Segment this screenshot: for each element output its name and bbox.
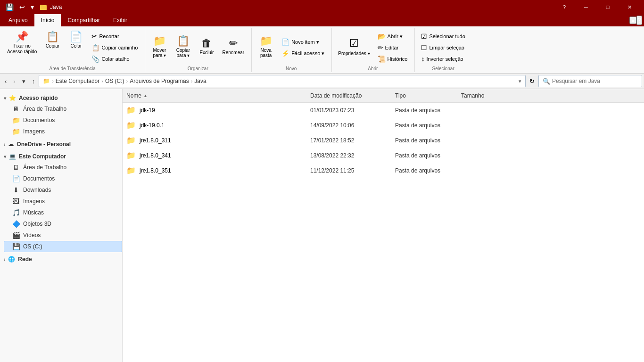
table-row[interactable]: 📁 jre1.8.0_351 11/12/2022 11:25 Pasta de… [123,163,644,178]
tab-exibir[interactable]: Exibir [107,14,134,26]
col-header-tipo[interactable]: Tipo [391,91,457,100]
table-row[interactable]: 📁 jdk-19 01/01/2023 07:23 Pasta de arqui… [123,103,644,118]
forward-button[interactable]: › [10,76,18,87]
table-row[interactable]: 📁 jre1.8.0_341 13/08/2022 22:32 Pasta de… [123,148,644,163]
breadcrumb-osc[interactable]: OS (C:) [105,78,124,84]
btn-recortar[interactable]: ✂ Recortar [88,31,141,41]
search-icon: 🔍 [543,78,550,85]
properties-icon: ☑ [349,37,359,49]
btn-selecionar-tudo[interactable]: ☑ Selecionar tudo [418,31,468,41]
btn-copiar[interactable]: 📋 Copiar [41,29,64,51]
refresh-button[interactable]: ↻ [527,76,537,87]
minimize-button[interactable]: ─ [575,0,597,14]
chevron-acesso-rapido: ▾ [4,96,6,101]
qa-dropdown-btn[interactable]: ▾ [29,2,36,12]
btn-fixar[interactable]: 📌 Fixar noAcesso rápido [4,29,40,57]
sidebar-header-onedrive[interactable]: › ☁ OneDrive - Personal [0,139,122,149]
sidebar-item-objetos3d[interactable]: 🔷 Objetos 3D [4,218,122,230]
table-row[interactable]: 📁 jre1.8.0_311 17/01/2022 18:52 Pasta de… [123,133,644,148]
btn-propriedades[interactable]: ☑ Propriedades ▾ [335,35,373,58]
breadcrumb-java[interactable]: Java [194,78,206,84]
btn-limpar-selecao[interactable]: ☐ Limpar seleção [418,42,468,53]
sidebar-item-os-c[interactable]: 💾 OS (C:) [4,241,122,252]
tab-inicio[interactable]: Início [34,14,61,26]
file-size [457,154,514,157]
tab-compartilhar[interactable]: Compartilhar [61,14,107,26]
sidebar-label-documentos: Documentos [23,117,55,123]
downloads-icon: ⬇ [12,186,20,194]
btn-abrir[interactable]: 📂 Abrir ▾ [374,31,411,41]
close-button[interactable]: ✕ [619,0,640,14]
back-button[interactable]: ‹ [2,76,9,87]
col-header-nome[interactable]: Nome ▲ [123,91,306,100]
btn-facil-acesso[interactable]: ⚡ Fácil acesso ▾ [278,48,328,58]
ribbon-collapse-btn[interactable]: ▲ [629,16,636,24]
help-button[interactable]: ? [553,0,575,14]
btn-copiar-caminho[interactable]: 📋 Copiar caminho [88,42,141,53]
sidebar-item-imagens[interactable]: 📁 Imagens [4,126,122,137]
group-novo: 📁 Novapasta 📄 Novo item ▾ ⚡ Fácil acesso… [253,28,332,72]
new-folder-icon: 📁 [260,36,272,46]
sidebar-header-acesso-rapido[interactable]: ▾ ⭐ Acesso rápido [0,93,122,103]
delete-icon: 🗑 [201,38,212,49]
btn-nova-pasta[interactable]: 📁 Novapasta [255,33,277,60]
up-button[interactable]: ↑ [29,76,38,87]
btn-colar-atalho[interactable]: 📎 Colar atalho [88,54,141,64]
sidebar-header-este-computador[interactable]: ▾ 💻 Este Computador [0,151,122,162]
breadcrumb-computer[interactable]: Este Computador [56,78,99,84]
btn-copiar-para[interactable]: 📋 Copiarpara ▾ [172,33,194,60]
btn-editar[interactable]: ✏ Editar [374,42,411,53]
ribbon-tab-bar: Arquivo Início Compartilhar Exibir ▲ ? [0,14,644,26]
btn-novo-item[interactable]: 📄 Novo item ▾ [278,37,328,47]
section-acesso-rapido: ▾ ⭐ Acesso rápido 🖥 Área de Trabalho 📁 D… [0,93,122,137]
images-icon: 📁 [12,128,20,135]
address-bar[interactable]: 📁 › Este Computador › OS (C:) › Arquivos… [39,75,526,87]
sidebar-item-area-trabalho2[interactable]: 🖥 Área de Trabalho [4,162,122,173]
col-header-tamanho[interactable]: Tamanho [457,91,514,100]
dropdown-recent-btn[interactable]: ▾ [19,76,28,87]
table-row[interactable]: 📁 jdk-19.0.1 14/09/2022 10:06 Pasta de a… [123,118,644,133]
sidebar-header-rede[interactable]: › 🌐 Rede [0,254,122,264]
move-icon: 📁 [153,36,166,46]
folder-icon-addr: 📁 [43,78,50,84]
sidebar-item-documentos2[interactable]: 📄 Documentos [4,173,122,184]
search-input[interactable] [552,78,638,84]
maximize-button[interactable]: □ [597,0,619,14]
este-computador-children: 🖥 Área de Trabalho 📄 Documentos ⬇ Downlo… [0,162,122,252]
file-size [457,108,514,112]
breadcrumb-programas[interactable]: Arquivos de Programas [130,78,189,84]
folder-icon: 📁 [126,121,136,130]
sidebar-item-documentos[interactable]: 📁 Documentos [4,115,122,126]
sidebar-item-musicas[interactable]: 🎵 Músicas [4,207,122,218]
group-area-transferencia: 📌 Fixar noAcesso rápido 📋 Copiar 📄 Colar [2,28,145,72]
col-data-label: Data de modificação [310,92,362,99]
search-bar[interactable]: 🔍 [538,75,642,87]
btn-historico[interactable]: 📜 Histórico [374,54,411,64]
sidebar-item-imagens2[interactable]: 🖼 Imagens [4,196,122,207]
btn-inverter-selecao[interactable]: ↕ Inverter seleção [418,54,468,64]
desktop2-icon: 🖥 [12,164,20,171]
file-type: Pasta de arquivos [391,165,457,176]
sidebar-item-area-trabalho[interactable]: 🖥 Área de Trabalho [4,103,122,115]
btn-colar[interactable]: 📄 Colar [65,29,87,51]
btn-renomear[interactable]: ✏ Renomear [219,36,248,58]
file-date: 01/01/2023 07:23 [306,105,391,115]
btn-mover-para[interactable]: 📁 Moverpara ▾ [148,33,171,60]
copy-icon: 📋 [46,32,59,42]
file-type: Pasta de arquivos [391,135,457,146]
btn-excluir[interactable]: 🗑 Excluir [195,36,218,58]
cloud-icon: ☁ [8,141,14,148]
col-header-data[interactable]: Data de modificação [306,91,391,100]
rede-label: Rede [18,256,32,263]
tab-arquivo[interactable]: Arquivo [2,14,34,26]
file-size [457,169,514,173]
sidebar-label-imagens: Imagens [23,128,45,135]
este-computador-label: Este Computador [19,153,66,160]
sidebar-item-downloads[interactable]: ⬇ Downloads [4,184,122,196]
sidebar-item-videos[interactable]: 🎬 Vídeos [4,230,122,241]
save-quick-btn[interactable]: 💾 [4,2,16,12]
group-label-novo: Novo [255,64,328,71]
ribbon-help-btn[interactable]: ? [636,16,642,25]
group-label-selecionar: Selecionar [418,64,468,71]
undo-quick-btn[interactable]: ↩ [17,2,27,12]
